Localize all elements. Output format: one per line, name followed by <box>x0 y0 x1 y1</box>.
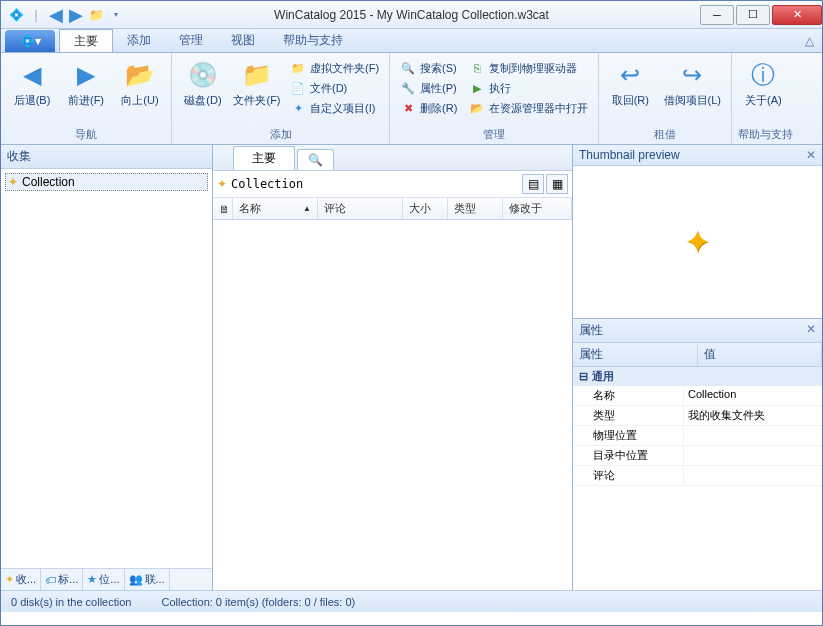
group-manage-label: 管理 <box>396 127 592 144</box>
ribbon-collapse-icon[interactable]: △ <box>797 29 822 52</box>
collection-thumbnail-icon: ✦ <box>684 223 711 261</box>
prop-row-phys[interactable]: 物理位置 <box>573 426 822 446</box>
forward-button[interactable]: ▶前进(F) <box>61 55 111 108</box>
thumb-body: ✦ <box>573 166 822 318</box>
prop-group-general[interactable]: ⊟通用 <box>573 367 822 386</box>
col-name[interactable]: 名称▲ <box>233 198 318 219</box>
titlebar: 💠 | ◀ ▶ 📁 ▾ WinCatalog 2015 - My WinCata… <box>1 1 822 29</box>
star-icon: ✦ <box>217 177 227 191</box>
tab-help[interactable]: 帮助与支持 <box>269 29 357 52</box>
ctab-main[interactable]: 主要 <box>233 146 295 170</box>
center-pane: 主要 🔍 ✦ Collection ▤ ▦ 🗎 名称▲ 评论 大小 类型 修改于 <box>213 145 573 590</box>
copy-button[interactable]: ⎘复制到物理驱动器 <box>465 59 592 77</box>
props-icon: 🔧 <box>400 80 416 96</box>
loan-button[interactable]: ↪借阅项目(L) <box>659 55 725 108</box>
star-icon: ✦ <box>8 175 18 189</box>
status-collection: Collection: 0 item(s) (folders: 0 / file… <box>161 596 355 608</box>
thumb-close-icon[interactable]: ✕ <box>806 148 816 162</box>
take-button[interactable]: ↩取回(R) <box>605 55 655 108</box>
props-list: ⊟通用 名称Collection 类型我的收集文件夹 物理位置 目录中位置 评论 <box>573 367 822 590</box>
right-pane: Thumbnail preview ✕ ✦ 属性 ✕ 属性 值 ⊟通用 名称Co… <box>573 145 822 590</box>
status-bar: 0 disk(s) in the collection Collection: … <box>1 590 822 612</box>
back-icon: ◀ <box>16 59 48 91</box>
qat-folder-icon[interactable]: 📁 <box>87 6 105 24</box>
tab-add[interactable]: 添加 <box>113 29 165 52</box>
props-header: 属性 ✕ <box>573 319 822 343</box>
explorer-button[interactable]: 📂在资源管理器中打开 <box>465 99 592 117</box>
search-icon: 🔍 <box>308 153 323 167</box>
view-thumbs-button[interactable]: ▦ <box>546 174 568 194</box>
group-help-label: 帮助与支持 <box>738 127 793 144</box>
prop-row-name[interactable]: 名称Collection <box>573 386 822 406</box>
vfolder-icon: 📁 <box>290 60 306 76</box>
tab-main[interactable]: 主要 <box>59 29 113 52</box>
up-folder-icon: 📂 <box>124 59 156 91</box>
thumbnail-panel: Thumbnail preview ✕ ✦ <box>573 145 822 319</box>
add-disk-button[interactable]: 💿磁盘(D) <box>178 55 228 108</box>
tag-icon: 🏷 <box>45 574 56 586</box>
prop-row-catpos[interactable]: 目录中位置 <box>573 446 822 466</box>
props-title: 属性 <box>579 322 603 339</box>
left-header: 收集 <box>1 145 212 169</box>
up-button[interactable]: 📂向上(U) <box>115 55 165 108</box>
search-button[interactable]: 🔍搜索(S) <box>396 59 461 77</box>
minimize-button[interactable]: ─ <box>700 5 734 25</box>
collapse-icon: ⊟ <box>579 370 588 383</box>
tree-node-collection[interactable]: ✦ Collection <box>5 173 208 191</box>
star-icon: ✦ <box>5 573 14 586</box>
add-file-button[interactable]: 📄文件(D) <box>286 79 383 97</box>
propcol-key[interactable]: 属性 <box>573 343 698 366</box>
group-help: ⓘ关于(A) 帮助与支持 <box>732 53 799 144</box>
col-size[interactable]: 大小 <box>403 198 448 219</box>
main-area: 收集 ✦ Collection ✦收... 🏷标... ★位... 👥联... … <box>1 145 822 590</box>
qat-dropdown-icon[interactable]: ▾ <box>107 6 125 24</box>
contacts-icon: 👥 <box>129 573 143 586</box>
prop-row-comment[interactable]: 评论 <box>573 466 822 486</box>
back-button[interactable]: ◀后退(B) <box>7 55 57 108</box>
file-icon: 📄 <box>290 80 306 96</box>
close-button[interactable]: ✕ <box>772 5 822 25</box>
col-modified[interactable]: 修改于 <box>503 198 572 219</box>
path-text: Collection <box>231 177 303 191</box>
group-rent: ↩取回(R) ↪借阅项目(L) 租借 <box>599 53 732 144</box>
maximize-button[interactable]: ☐ <box>736 5 770 25</box>
custom-icon: ✦ <box>290 100 306 116</box>
loan-icon: ↪ <box>676 59 708 91</box>
tab-manage[interactable]: 管理 <box>165 29 217 52</box>
disk-icon: 💿 <box>187 59 219 91</box>
prop-row-type[interactable]: 类型我的收集文件夹 <box>573 406 822 426</box>
file-list[interactable] <box>213 220 572 590</box>
btab-locations[interactable]: ★位... <box>83 569 124 590</box>
app-menu-button[interactable]: 💠▾ <box>5 30 55 52</box>
btab-collection[interactable]: ✦收... <box>1 569 41 590</box>
qat-back-icon[interactable]: ◀ <box>47 6 65 24</box>
ctab-search[interactable]: 🔍 <box>297 149 334 170</box>
list-columns: 🗎 名称▲ 评论 大小 类型 修改于 <box>213 198 572 220</box>
add-vfolder-button[interactable]: 📁虚拟文件夹(F) <box>286 59 383 77</box>
left-bottom-tabs: ✦收... 🏷标... ★位... 👥联... <box>1 568 212 590</box>
thumb-title: Thumbnail preview <box>579 148 680 162</box>
props-close-icon[interactable]: ✕ <box>806 322 816 339</box>
btab-contacts[interactable]: 👥联... <box>125 569 170 590</box>
play-icon: ▶ <box>469 80 485 96</box>
app-icon: 💠 <box>7 6 25 24</box>
delete-button[interactable]: ✖删除(R) <box>396 99 461 117</box>
forward-icon: ▶ <box>70 59 102 91</box>
group-rent-label: 租借 <box>605 127 725 144</box>
col-type[interactable]: 类型 <box>448 198 503 219</box>
qat-forward-icon[interactable]: ▶ <box>67 6 85 24</box>
add-folder-button[interactable]: 📁文件夹(F) <box>232 55 282 108</box>
properties-panel: 属性 ✕ 属性 值 ⊟通用 名称Collection 类型我的收集文件夹 物理位… <box>573 319 822 590</box>
exec-button[interactable]: ▶执行 <box>465 79 592 97</box>
view-details-button[interactable]: ▤ <box>522 174 544 194</box>
btab-tags[interactable]: 🏷标... <box>41 569 83 590</box>
add-custom-button[interactable]: ✦自定义项目(I) <box>286 99 383 117</box>
props-button[interactable]: 🔧属性(P) <box>396 79 461 97</box>
propcol-val[interactable]: 值 <box>698 343 823 366</box>
explorer-icon: 📂 <box>469 100 485 116</box>
collection-tree[interactable]: ✦ Collection <box>1 169 212 568</box>
col-icon[interactable]: 🗎 <box>213 198 233 219</box>
about-button[interactable]: ⓘ关于(A) <box>738 55 788 108</box>
tab-view[interactable]: 视图 <box>217 29 269 52</box>
col-comment[interactable]: 评论 <box>318 198 403 219</box>
